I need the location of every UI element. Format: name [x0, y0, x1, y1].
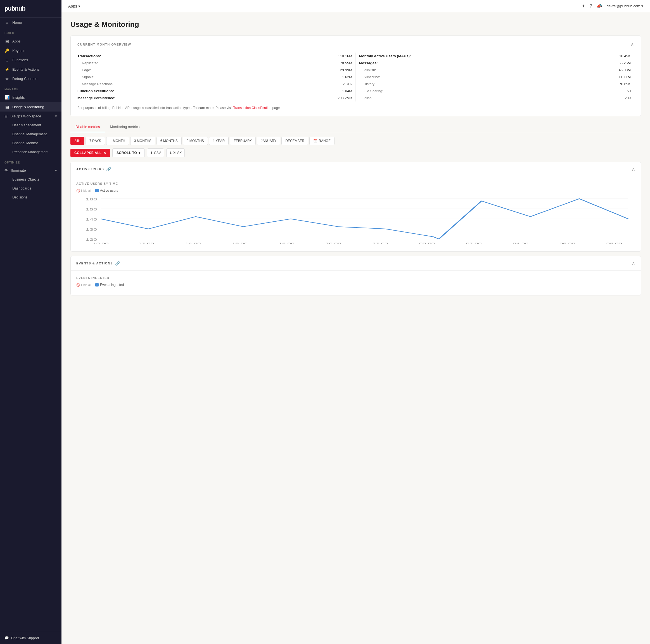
- active-users-title-row: ACTIVE USERS 🔗: [76, 167, 111, 171]
- sidebar-item-channel-monitor[interactable]: Channel Monitor: [0, 139, 62, 148]
- filter-3months[interactable]: 3 MONTHS: [130, 137, 155, 145]
- sidebar-item-illuminate-label: Illuminate: [10, 168, 26, 173]
- sidebar-item-decisions[interactable]: Decisions: [0, 193, 62, 202]
- ai-icon[interactable]: ✦: [582, 3, 585, 9]
- metric-replicated-label: Replicated:: [77, 61, 100, 65]
- sidebar-item-business-objects[interactable]: Business Objects: [0, 175, 62, 184]
- metric-messages-value: 56.26M: [619, 61, 631, 65]
- filter-6months[interactable]: 6 MONTHS: [156, 137, 182, 145]
- topbar-left: Apps ▾: [68, 4, 80, 8]
- filter-january[interactable]: JANUARY: [257, 137, 280, 145]
- metric-edge-value: 29.99M: [340, 68, 352, 72]
- topbar: Apps ▾ ✦ ? 📣 devrel@pubnub.com ▾: [62, 0, 650, 12]
- illuminate-left: ◎ Illuminate: [4, 168, 26, 173]
- events-actions-collapse-icon[interactable]: ∧: [631, 260, 635, 266]
- scroll-to-button[interactable]: SCROLL TO ▾: [112, 148, 145, 157]
- actions-row: COLLAPSE ALL ✕ SCROLL TO ▾ ⬇ CSV ⬇ XLSX: [70, 148, 641, 157]
- filter-9months[interactable]: 9 MONTHS: [183, 137, 208, 145]
- hide-all-events[interactable]: 🚫 Hide all: [76, 283, 92, 287]
- metric-subscribe-label: Subscribe:: [359, 75, 380, 79]
- filter-december[interactable]: DECEMBER: [281, 137, 308, 145]
- sidebar-item-debug-console[interactable]: <> Debug Console: [0, 74, 62, 83]
- sidebar-item-insights-label: Insights: [12, 95, 25, 100]
- export-xlsx-button[interactable]: ⬇ XLSX: [166, 148, 185, 157]
- sidebar-item-usage-monitoring-label: Usage & Monitoring: [12, 105, 44, 109]
- csv-label: CSV: [154, 151, 161, 155]
- metric-signals: Signals: 1.62M: [77, 73, 352, 80]
- sidebar-item-events-actions[interactable]: ⚡ Events & Actions: [0, 65, 62, 74]
- user-chevron-icon: ▾: [641, 4, 643, 8]
- help-icon[interactable]: ?: [590, 4, 592, 9]
- sidebar-item-home[interactable]: ⌂ Home: [0, 17, 62, 27]
- metric-mau: Monthly Active Users (MAUs): 10.49K: [359, 52, 631, 60]
- sidebar-item-home-label: Home: [12, 21, 22, 25]
- active-users-section: ACTIVE USERS 🔗 ∧ ACTIVE USERS BY TIME 🚫 …: [70, 162, 641, 252]
- sidebar-item-dashboards[interactable]: Dashboards: [0, 184, 62, 193]
- transaction-classification-link[interactable]: Transaction Classification: [233, 106, 272, 110]
- export-csv-button[interactable]: ⬇ CSV: [147, 148, 164, 157]
- sidebar-item-debug-console-label: Debug Console: [12, 77, 37, 81]
- legend-active-users[interactable]: Active users: [95, 189, 118, 192]
- filter-1year[interactable]: 1 YEAR: [209, 137, 228, 145]
- sidebar-item-presence-management[interactable]: Presence Management: [0, 148, 62, 156]
- chat-with-support[interactable]: 💬 Chat with Support: [0, 632, 62, 644]
- sidebar-item-illuminate[interactable]: ◎ Illuminate ▾: [0, 166, 62, 175]
- active-users-body: ACTIVE USERS BY TIME 🚫 Hide all Active u…: [71, 176, 641, 251]
- overview-card: CURRENT MONTH OVERVIEW ∧ Transactions: 1…: [70, 36, 641, 116]
- active-users-chart: 160 150 140 130 120: [76, 195, 635, 246]
- illuminate-icon: ◎: [4, 168, 7, 173]
- metric-subscribe-value: 11.11M: [619, 75, 631, 79]
- sidebar-item-usage-monitoring[interactable]: ▤ Usage & Monitoring: [0, 102, 62, 111]
- sidebar-item-functions[interactable]: { } Functions: [0, 55, 62, 65]
- svg-text:02:00: 02:00: [466, 242, 481, 245]
- sidebar-item-channel-management[interactable]: Channel Management: [0, 130, 62, 139]
- sidebar-item-user-management[interactable]: User Management: [0, 121, 62, 130]
- sidebar-item-keysets-label: Keysets: [12, 49, 25, 53]
- metric-publish-value: 45.08M: [619, 68, 631, 72]
- svg-text:22:00: 22:00: [372, 242, 388, 245]
- hide-all-active-users[interactable]: 🚫 Hide all: [76, 189, 92, 192]
- user-menu[interactable]: devrel@pubnub.com ▾: [607, 4, 643, 8]
- active-users-chart-title: ACTIVE USERS BY TIME: [76, 182, 635, 185]
- sidebar-item-keysets[interactable]: 🔑 Keysets: [0, 46, 62, 55]
- sidebar-item-insights[interactable]: 📊 Insights: [0, 93, 62, 102]
- svg-text:160: 160: [85, 198, 97, 201]
- svg-text:150: 150: [85, 208, 97, 211]
- overview-collapse-icon[interactable]: ∧: [630, 41, 634, 47]
- events-actions-link-icon[interactable]: 🔗: [115, 261, 120, 265]
- active-users-link-icon[interactable]: 🔗: [106, 167, 111, 171]
- tab-billable-metrics[interactable]: Billable metrics: [70, 122, 105, 132]
- active-users-chart-svg: 160 150 140 130 120: [76, 195, 635, 246]
- metric-signals-label: Signals:: [77, 75, 94, 79]
- insights-icon: 📊: [4, 95, 9, 100]
- sidebar-item-apps[interactable]: ▣ Apps: [0, 36, 62, 46]
- apps-dropdown[interactable]: Apps ▾: [68, 4, 80, 8]
- filter-range[interactable]: 📅 RANGE: [309, 137, 334, 145]
- download-xlsx-icon: ⬇: [169, 151, 172, 155]
- svg-text:12:00: 12:00: [138, 242, 154, 245]
- filter-1month[interactable]: 1 MONTH: [106, 137, 129, 145]
- active-users-legend-label: Active users: [100, 189, 118, 192]
- active-users-collapse-icon[interactable]: ∧: [631, 166, 635, 172]
- tab-monitoring-metrics[interactable]: Monitoring metrics: [105, 122, 144, 132]
- collapse-all-button[interactable]: COLLAPSE ALL ✕: [70, 149, 110, 157]
- filter-24h[interactable]: 24H: [70, 137, 84, 145]
- active-users-header: ACTIVE USERS 🔗 ∧: [71, 162, 641, 176]
- metrics-tabs: Billable metrics Monitoring metrics: [70, 122, 641, 132]
- metric-history-value: 70.69K: [619, 82, 631, 86]
- sidebar-item-channel-management-label: Channel Management: [12, 132, 47, 136]
- sidebar-item-dashboards-label: Dashboards: [12, 186, 31, 190]
- sidebar-item-presence-management-label: Presence Management: [12, 150, 48, 154]
- notifications-icon[interactable]: 📣: [597, 3, 602, 9]
- sidebar-section-build: Build: [0, 27, 62, 36]
- metric-history: History: 70.69K: [359, 80, 631, 87]
- time-filters: 24H 7 DAYS 1 MONTH 3 MONTHS 6 MONTHS 9 M…: [70, 137, 641, 145]
- active-users-legend-dot: [95, 189, 99, 192]
- legend-events-ingested[interactable]: Events ingested: [95, 283, 124, 287]
- metric-replicated: Replicated: 78.55M: [77, 60, 352, 67]
- filter-7days[interactable]: 7 DAYS: [85, 137, 105, 145]
- svg-text:18:00: 18:00: [279, 242, 294, 245]
- filter-february[interactable]: FEBRUARY: [230, 137, 256, 145]
- sidebar-item-bizops[interactable]: ⊞ BizOps Workspace ▾: [0, 111, 62, 121]
- apps-label: Apps: [68, 4, 77, 8]
